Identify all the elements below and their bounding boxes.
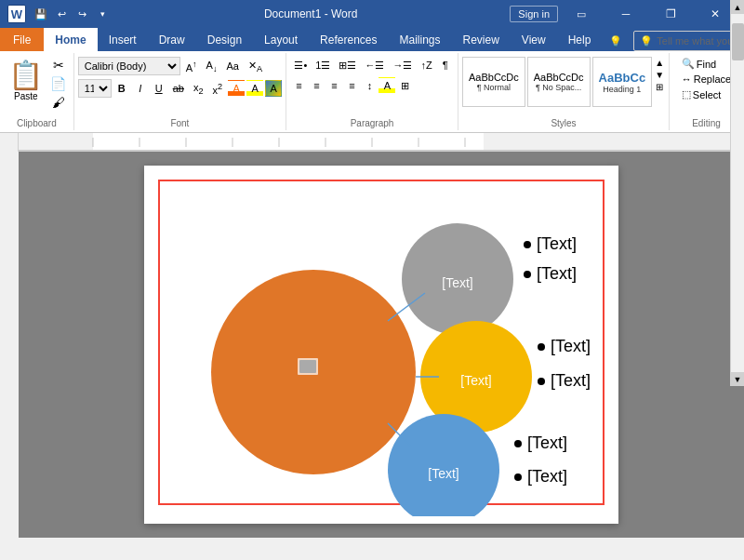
smartart-container[interactable]: [Text] [Text] [Text] [Text] [Text] [Text… [158, 180, 604, 505]
superscript-button[interactable]: x2 [209, 80, 227, 97]
editing-content: 🔍 Find ↔ Replace ⬚ Select [680, 53, 733, 118]
tab-review[interactable]: Review [452, 28, 511, 51]
increase-indent-button[interactable]: →☰ [389, 57, 416, 73]
svg-text:[Text]: [Text] [551, 371, 591, 390]
paste-button[interactable]: 📋 Paste [5, 57, 46, 103]
paragraph-content: ☰• 1☰ ⊞☰ ←☰ →☰ ↑Z ¶ ≡ ≡ ≡ ≡ ↕ A ⊞ [290, 53, 453, 118]
show-marks-button[interactable]: ¶ [437, 57, 454, 73]
style-normal[interactable]: AaBbCcDc ¶ Normal [462, 57, 525, 107]
svg-point-34 [514, 473, 522, 481]
format-painter-button[interactable]: 🖌 [48, 94, 68, 111]
underline-button[interactable]: U [151, 80, 167, 97]
lightbulb-icon[interactable]: 💡 [605, 33, 626, 49]
scroll-down-button[interactable]: ▼ [731, 372, 745, 386]
undo-button[interactable]: ↩ [52, 5, 71, 23]
svg-point-30 [538, 378, 545, 385]
highlight-button[interactable]: A [246, 80, 263, 97]
clear-formatting-button[interactable]: ✕A [245, 58, 266, 74]
font-size-select[interactable]: 11 [78, 79, 112, 98]
tab-help[interactable]: Help [557, 28, 603, 51]
font-content: Calibri (Body) A↑ A↓ Aa ✕A 11 B I U ab x… [78, 53, 282, 118]
vertical-ruler [0, 152, 19, 560]
copy-button[interactable]: 📄 [48, 75, 68, 92]
save-button[interactable]: 💾 [32, 5, 50, 23]
title-bar-right: Sign in ▭ ─ ❐ ✕ [510, 0, 737, 28]
tab-references[interactable]: References [309, 28, 388, 51]
style-heading1[interactable]: AaBbCc Heading 1 [592, 57, 653, 107]
styles-group: AaBbCcDc ¶ Normal AaBbCcDc ¶ No Spac... … [458, 53, 670, 130]
numbering-button[interactable]: 1☰ [312, 57, 334, 73]
word-icon: W [7, 5, 26, 23]
tab-design[interactable]: Design [196, 28, 253, 51]
tab-home[interactable]: Home [44, 28, 97, 51]
title-bar-left: W 💾 ↩ ↪ ▾ [7, 5, 112, 23]
style-nospace-preview: AaBbCcDc [534, 72, 584, 83]
align-right-button[interactable]: ≡ [326, 77, 342, 94]
svg-point-24 [524, 241, 531, 248]
select-button[interactable]: ⬚ Select [680, 87, 733, 101]
font-color-button[interactable]: A [228, 80, 245, 97]
vertical-scrollbar[interactable]: ▲ ▼ [730, 0, 744, 386]
multilevel-button[interactable]: ⊞☰ [335, 57, 360, 73]
ruler-area [0, 133, 744, 152]
tab-draw[interactable]: Draw [148, 28, 196, 51]
borders-button[interactable]: ⊞ [396, 77, 413, 94]
minimize-button[interactable]: ─ [604, 0, 647, 28]
styles-more-button[interactable]: ⊞ [654, 81, 665, 93]
bold-button[interactable]: B [113, 80, 130, 97]
styles-scroll-up[interactable]: ▲ [654, 57, 665, 69]
decrease-indent-button[interactable]: ←☰ [361, 57, 388, 73]
italic-button[interactable]: I [132, 80, 149, 97]
justify-button[interactable]: ≡ [343, 77, 360, 94]
scroll-thumb[interactable] [732, 23, 744, 60]
align-center-button[interactable]: ≡ [308, 77, 325, 94]
diagram-svg: [Text] [Text] [Text] [Text] [Text] [Text… [169, 191, 616, 516]
paste-label: Paste [14, 91, 38, 101]
svg-text:[Text]: [Text] [537, 264, 577, 283]
grow-font-button[interactable]: A↑ [182, 58, 201, 74]
bullets-button[interactable]: ☰• [290, 57, 311, 73]
customize-qat-button[interactable]: ▾ [93, 5, 112, 23]
tab-layout[interactable]: Layout [253, 28, 309, 51]
tab-view[interactable]: View [511, 28, 557, 51]
document-page: [Text] [Text] [Text] [Text] [Text] [Text… [144, 166, 618, 524]
styles-label: Styles [464, 118, 663, 130]
signin-button[interactable]: Sign in [510, 6, 558, 22]
document-area: [Text] [Text] [Text] [Text] [Text] [Text… [19, 152, 744, 538]
restore-button[interactable]: ❐ [649, 0, 692, 28]
styles-scroll-down[interactable]: ▼ [654, 69, 665, 81]
align-left-button[interactable]: ≡ [290, 77, 307, 94]
tab-file[interactable]: File [0, 28, 44, 51]
tab-insert[interactable]: Insert [98, 28, 148, 51]
style-nospace-label: ¶ No Spac... [536, 83, 581, 92]
sort-button[interactable]: ↑Z [417, 57, 435, 73]
replace-icon: ↔ [682, 73, 692, 85]
scroll-up-button[interactable]: ▲ [731, 0, 745, 14]
subscript-button[interactable]: x2 [190, 80, 207, 97]
svg-text:[Text]: [Text] [551, 337, 591, 355]
document-title: Document1 - Word [112, 7, 510, 20]
line-spacing-button[interactable]: ↕ [361, 77, 378, 94]
cut-button[interactable]: ✂ [48, 57, 68, 73]
change-case-button[interactable]: Aa [223, 58, 243, 74]
strikethrough-button[interactable]: ab [169, 80, 188, 97]
tab-mailings[interactable]: Mailings [388, 28, 451, 51]
redo-button[interactable]: ↪ [73, 5, 91, 23]
text-effects-button[interactable]: A [265, 80, 282, 97]
tell-me-box[interactable]: 💡 Tell me what you want to do [633, 31, 744, 51]
shading-button[interactable]: A [379, 77, 395, 94]
shrink-font-button[interactable]: A↓ [203, 58, 221, 74]
svg-text:[Text]: [Text] [428, 466, 458, 481]
style-nospace[interactable]: AaBbCcDc ¶ No Spac... [527, 57, 591, 107]
find-button[interactable]: 🔍 Find [680, 57, 733, 71]
font-row-2: 11 B I U ab x2 x2 A A A [78, 79, 282, 98]
style-heading1-label: Heading 1 [603, 85, 641, 94]
select-icon: ⬚ [682, 88, 691, 100]
scroll-track[interactable] [731, 14, 745, 372]
ribbon-display-button[interactable]: ▭ [560, 0, 603, 28]
font-family-select[interactable]: Calibri (Body) [78, 57, 180, 75]
para-row-1: ☰• 1☰ ⊞☰ ←☰ →☰ ↑Z ¶ [290, 57, 453, 73]
replace-button[interactable]: ↔ Replace [680, 73, 733, 86]
font-group: Calibri (Body) A↑ A↓ Aa ✕A 11 B I U ab x… [74, 53, 286, 130]
quick-access-toolbar: W 💾 ↩ ↪ ▾ [7, 5, 112, 23]
